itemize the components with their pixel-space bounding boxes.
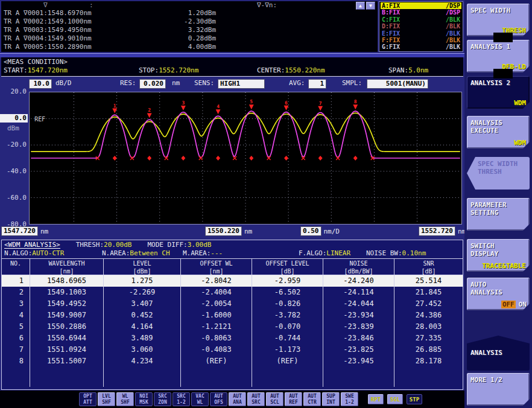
wdm-filler-cell <box>2 367 30 387</box>
scroll-up-icon[interactable]: ▲ <box>356 2 365 10</box>
bottom-button-wl-shf[interactable]: WLSHF <box>116 392 134 406</box>
bottom-button-aut-scl[interactable]: AUTSCL <box>266 392 283 406</box>
softkey-analysis[interactable]: ANALYSISEXECUTEWDM <box>467 116 530 148</box>
bottom-button-sup-int[interactable]: SUPINT <box>322 392 340 406</box>
wdm-table-row[interactable]: 11548.69651.275-2.8042-2.959-24.24025.51… <box>2 275 463 287</box>
wdm-table-cell: (REF) <box>252 355 323 367</box>
svg-text:REF: REF <box>34 116 45 123</box>
meas-item-value: 1547.720nm <box>28 66 68 74</box>
trace-status-row[interactable]: F:FIX/BLK <box>381 37 461 43</box>
bottom-button-vac-wl[interactable]: VACWL <box>191 392 209 406</box>
bottom-button-opt-att[interactable]: OPTATT <box>79 392 97 406</box>
wdm-analysis-header: <WDM ANALYSIS> THRESH: 20.00dB MODE DIFF… <box>2 240 463 249</box>
y-axis-unit: dBm <box>7 124 19 132</box>
trace-status-row[interactable]: B:FIX/DSP <box>381 9 461 16</box>
bottom-button-aut-ana[interactable]: AUTANA <box>229 392 246 406</box>
sweep-settings-row: 10.0 dB/D RES: 0.020 nm SENS: HIGH1 AVG:… <box>0 78 464 91</box>
bottom-button-src-1-2[interactable]: SRC1-2 <box>173 392 190 406</box>
softkey-more-1-2[interactable]: MORE 1/2 <box>467 373 530 406</box>
marker-level: 4.00dBm <box>188 43 216 51</box>
res-unit: nm <box>172 79 180 87</box>
bottom-button-label: ANA <box>229 400 245 406</box>
spectrum-plot: REF12345678 <box>29 92 462 225</box>
softkey-analysis-2[interactable]: ANALYSIS 2WDM <box>467 76 530 109</box>
scroll-down-icon[interactable]: ▼ <box>366 2 375 10</box>
bottom-button-noi-msk[interactable]: NOIMSK <box>135 392 153 406</box>
bottom-button-sgl[interactable]: SGL <box>387 394 403 404</box>
wdm-table-row[interactable]: 81551.50074.234(REF)(REF)-23.94528.178 <box>2 355 463 367</box>
sens-field[interactable]: HIGH1 <box>218 79 265 89</box>
wdm-table-cell: 4.234 <box>104 355 181 367</box>
wdm-table-row[interactable]: 71551.09243.060-0.4083-1.173-23.82526.88… <box>2 344 463 355</box>
softkey-label: MORE 1/2 <box>470 376 527 384</box>
trace-status-row[interactable]: D:FIX/BLK <box>381 23 461 30</box>
avg-field[interactable]: 1 <box>308 79 326 89</box>
bottom-button-rpt[interactable]: RPT <box>368 394 384 404</box>
trace-status-panel: A:FIX/DSPB:FIX/DSPC:FIX/BLKD:FIX/BLKE:FI… <box>379 1 463 52</box>
res-field[interactable]: 0.020 <box>139 79 166 89</box>
section-divider <box>0 53 464 57</box>
smpl-field[interactable]: 5001(MANU) <box>367 79 428 89</box>
wdm-table-cell: -0.8063 <box>181 333 252 344</box>
trace-status-row[interactable]: C:FIX/BLK <box>381 16 461 23</box>
softkey-label: EXECUTE <box>470 127 527 135</box>
trace-status-row[interactable]: E:FIX/BLK <box>381 30 461 37</box>
wdm-table-cell: -0.4083 <box>181 344 252 355</box>
trace-status-row[interactable]: A:FIX/DSP <box>381 2 461 9</box>
bottom-button-label: LVL <box>98 394 115 400</box>
marker-level: 0.28dBm <box>188 34 216 43</box>
softkey-spec-width: SPEC WIDTHTHRESH <box>467 157 530 190</box>
x-start-value: 1547.720 <box>1 226 38 236</box>
wdm-parameter: N.AREA:Between CH <box>102 249 183 258</box>
top-row: ∇ : ∇-∇n: TR A ∇0001:1548.6970nm1.20dBmT… <box>1 1 463 52</box>
wdm-table-cell: 24.386 <box>394 310 463 321</box>
level-scale-field[interactable]: 10.0 <box>29 79 52 89</box>
bottom-button-aut-ref[interactable]: AUTREF <box>285 392 302 406</box>
bottom-button-label: RPT <box>369 395 383 404</box>
wdm-table-row[interactable]: 31549.49523.407-2.0054-0.826-24.04427.45… <box>2 298 463 310</box>
bottom-button-label: INT <box>323 400 339 406</box>
meas-condition-title: <MEAS CONDITION> <box>1 57 463 66</box>
bottom-button-lvl-shf[interactable]: LVLSHF <box>98 392 115 406</box>
softkey-analysis-1[interactable]: ANALYSIS 1DFB-LD <box>467 40 530 72</box>
y-axis-tick: -20.0 <box>0 141 27 149</box>
bottom-button-label: AUT <box>229 394 245 400</box>
wdm-table-cell: 2 <box>2 287 30 298</box>
wdm-table-cell: 1550.6944 <box>30 333 104 344</box>
wdm-parameter-value: AUTO-CTR <box>32 249 64 257</box>
softkey-auto[interactable]: AUTOANALYSISOFFON <box>467 278 530 310</box>
trace-status-row[interactable]: G:FIX/BLK <box>381 43 461 50</box>
wdm-table-row[interactable]: 21549.1003-2.269-2.4004-6.502-24.11421.8… <box>2 287 463 298</box>
wdm-table-cell: -24.114 <box>323 287 394 298</box>
bottom-button-label: OPT <box>80 394 96 400</box>
bottom-button-label: SUP <box>323 394 339 400</box>
wdm-table-row[interactable]: 61550.69443.489-0.8063-0.744-23.84627.33… <box>2 333 463 344</box>
wdm-table-cell: -2.959 <box>252 275 323 287</box>
wdm-table-row[interactable]: 51550.28864.164-1.2121-0.070-23.83928.00… <box>2 321 463 333</box>
wdm-parameter: N.ALGO:AUTO-CTR <box>4 249 102 258</box>
wdm-parameters-row: N.ALGO:AUTO-CTRN.AREA:Between CHM.AREA:-… <box>2 249 463 258</box>
bottom-button-swe-1-2[interactable]: SWE1-2 <box>341 392 358 406</box>
res-label: RES: <box>120 79 136 87</box>
wdm-table-cell: -23.846 <box>323 333 394 344</box>
trace-name: A:FIX <box>382 2 400 9</box>
bottom-button-src-zon[interactable]: SRCZON <box>154 392 171 406</box>
bottom-button-label: OFS <box>211 400 227 406</box>
bottom-button-stp[interactable]: STP <box>407 394 422 404</box>
softkey-switch[interactable]: SWITCHDISPLAYTRACE&TABLE <box>467 239 530 272</box>
meas-item-value: 5.0nm <box>408 66 428 74</box>
toggle-on-state: ON <box>519 301 527 308</box>
wdm-table-cell: 25.514 <box>394 275 463 287</box>
wdm-column-header: NOISE[dBm/BW] <box>323 259 394 275</box>
wdm-table-row[interactable]: 41549.90070.452-1.6000-3.782-23.93424.38… <box>2 310 463 321</box>
wdm-table-cell: 8 <box>2 355 30 367</box>
softkey-parameter[interactable]: PARAMETERSETTING <box>467 198 530 231</box>
y-axis-tick: 20.0 <box>0 88 27 96</box>
softkey-spec-width[interactable]: SPEC WIDTHTHRESH <box>467 4 530 36</box>
bottom-button-aut-ctr[interactable]: AUTCTR <box>303 392 321 406</box>
meas-item-label: START: <box>4 66 28 74</box>
bottom-button-aut-src[interactable]: AUTSRC <box>247 392 265 406</box>
bottom-button-aut-ofs[interactable]: AUTOFS <box>210 392 227 406</box>
wdm-table-cell: 3 <box>2 298 30 310</box>
marker-wavelength: TR A ∇0005:1550.2890nm <box>4 43 92 51</box>
